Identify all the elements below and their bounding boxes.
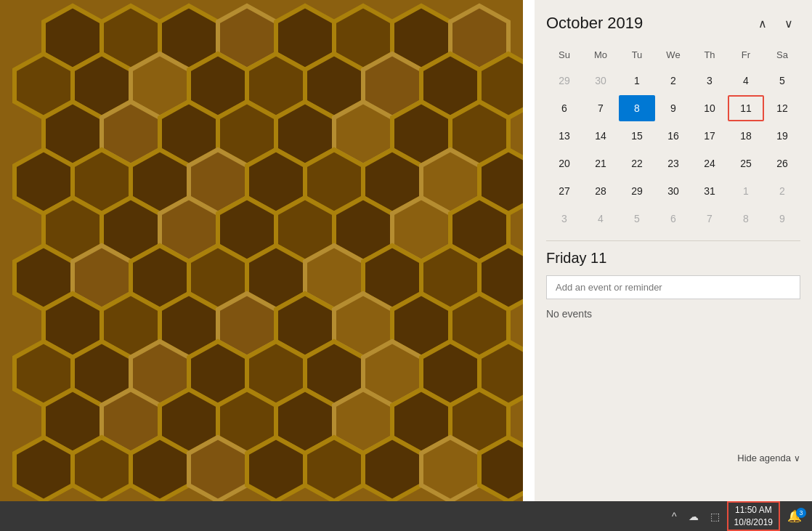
calendar-day[interactable]: 6 [546, 95, 582, 121]
calendar-week-row: 6789101112 [546, 95, 800, 121]
svg-marker-79 [131, 437, 189, 501]
calendar-day[interactable]: 4 [582, 206, 619, 232]
calendar-day[interactable]: 9 [655, 95, 691, 121]
calendar-day[interactable]: 4 [728, 68, 764, 94]
calendar-day[interactable]: 10 [691, 95, 728, 121]
calendar-day[interactable]: 22 [619, 150, 655, 177]
month-year-label: October 2019 [546, 14, 643, 33]
hide-agenda-button[interactable]: Hide agenda ∨ [737, 453, 800, 463]
calendar-day[interactable]: 6 [655, 206, 691, 232]
day-headers-row: SuMoTuWeThFrSa [546, 46, 800, 66]
calendar-day[interactable]: 27 [546, 178, 582, 204]
calendar-day[interactable]: 31 [691, 178, 728, 204]
calendar-day[interactable]: 24 [691, 150, 728, 177]
calendar-day[interactable]: 7 [691, 206, 728, 232]
svg-marker-80 [189, 437, 247, 501]
nav-arrows: ∧ ∨ [751, 12, 800, 35]
calendar-day[interactable]: 5 [619, 206, 655, 232]
calendar-day[interactable]: 1 [728, 178, 764, 204]
date-display: 10/8/2019 [734, 516, 773, 529]
chevron-down-icon: ∨ [794, 453, 800, 463]
desktop-icon[interactable]: ⬚ [706, 508, 724, 525]
calendar-day[interactable]: 7 [582, 95, 619, 121]
calendar-day[interactable]: 8 [728, 206, 764, 232]
calendar-day[interactable]: 2 [764, 178, 800, 204]
cloud-icon[interactable]: ☁ [684, 508, 703, 525]
calendar-day[interactable]: 11 [728, 95, 764, 121]
calendar-day[interactable]: 5 [764, 68, 800, 94]
calendar-day[interactable]: 1 [619, 68, 655, 94]
calendar-week-row: 13141516171819 [546, 123, 800, 149]
calendar-day[interactable]: 20 [546, 150, 582, 177]
time-display: 11:50 AM [735, 504, 772, 516]
no-events-label: No events [546, 308, 800, 320]
svg-marker-82 [305, 437, 363, 501]
svg-marker-84 [421, 437, 479, 501]
calendar-week-row: 3456789 [546, 206, 800, 232]
next-month-button[interactable]: ∨ [777, 12, 800, 35]
calendar-day[interactable]: 9 [764, 206, 800, 232]
taskbar: ^ ☁ ⬚ 11:50 AM 10/8/2019 🔔 3 [0, 501, 812, 531]
calendar-day[interactable]: 29 [619, 178, 655, 204]
taskbar-right: ^ ☁ ⬚ 11:50 AM 10/8/2019 🔔 3 [667, 501, 812, 531]
notification-button[interactable]: 🔔 3 [783, 506, 806, 526]
calendar-day[interactable]: 15 [619, 123, 655, 149]
datetime-box[interactable]: 11:50 AM 10/8/2019 [727, 501, 780, 531]
prev-month-button[interactable]: ∧ [751, 12, 774, 35]
calendar-day[interactable]: 28 [582, 178, 619, 204]
svg-marker-77 [15, 437, 73, 501]
calendar-day[interactable]: 13 [546, 123, 582, 149]
calendar-day[interactable]: 30 [655, 178, 691, 204]
calendar-grid: SuMoTuWeThFrSa 2930123456789101112131415… [546, 46, 800, 232]
day-header: Fr [728, 46, 764, 66]
notification-badge: 3 [796, 508, 806, 518]
divider [546, 240, 800, 241]
calendar-day[interactable]: 17 [691, 123, 728, 149]
chevron-up-icon[interactable]: ^ [667, 508, 681, 525]
calendar-day[interactable]: 21 [582, 150, 619, 177]
calendar-day[interactable]: 8 [619, 95, 655, 121]
day-header: Th [691, 46, 728, 66]
calendar-day[interactable]: 3 [691, 68, 728, 94]
calendar-day[interactable]: 23 [655, 150, 691, 177]
calendar-day[interactable]: 18 [728, 123, 764, 149]
calendar-day[interactable]: 19 [764, 123, 800, 149]
wallpaper [0, 0, 523, 501]
calendar-day[interactable]: 2 [655, 68, 691, 94]
calendar-day[interactable]: 29 [546, 68, 582, 94]
calendar-week-row: 293012345 [546, 68, 800, 94]
svg-marker-81 [247, 437, 305, 501]
calendar-day[interactable]: 3 [546, 206, 582, 232]
calendar-day[interactable]: 16 [655, 123, 691, 149]
calendar-day[interactable]: 26 [764, 150, 800, 177]
day-header: Tu [619, 46, 655, 66]
event-input[interactable] [546, 275, 800, 299]
calendar-week-row: 272829303112 [546, 178, 800, 204]
day-header: We [655, 46, 691, 66]
calendar-day[interactable]: 25 [728, 150, 764, 177]
calendar-panel: October 2019 ∧ ∨ SuMoTuWeThFrSa 29301234… [535, 0, 812, 501]
hide-agenda-label: Hide agenda [737, 453, 791, 463]
calendar-day[interactable]: 12 [764, 95, 800, 121]
calendar-header: October 2019 ∧ ∨ [546, 12, 800, 35]
svg-marker-83 [363, 437, 421, 501]
selected-date-label: Friday 11 [546, 250, 800, 267]
svg-marker-78 [73, 437, 131, 501]
day-header: Mo [582, 46, 619, 66]
calendar-day[interactable]: 14 [582, 123, 619, 149]
calendar-week-row: 20212223242526 [546, 150, 800, 177]
calendar-weeks: 2930123456789101112131415161718192021222… [546, 68, 800, 232]
day-header: Sa [764, 46, 800, 66]
calendar-day[interactable]: 30 [582, 68, 619, 94]
day-header: Su [546, 46, 582, 66]
